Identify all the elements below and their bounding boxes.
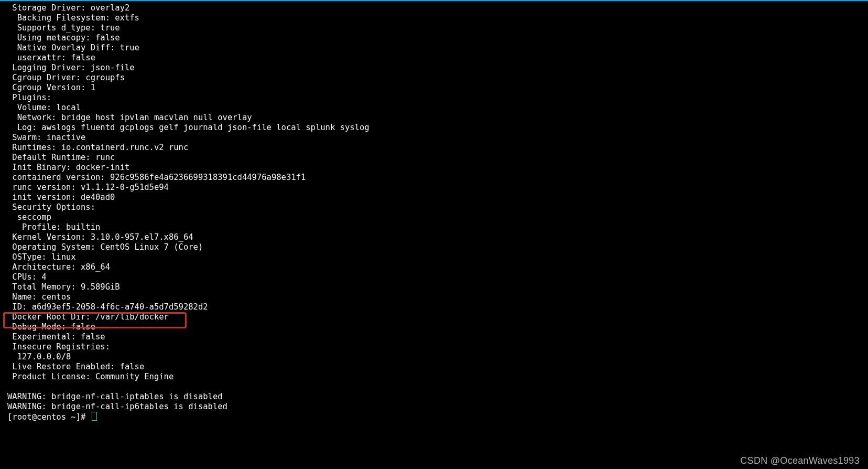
terminal-prompt[interactable]: [root@centos ~]# <box>7 412 861 422</box>
terminal-line: init version: de40ad0 <box>7 193 861 202</box>
terminal-line: 127.0.0.0/8 <box>7 352 861 362</box>
terminal-line: Debug Mode: false <box>7 322 861 332</box>
terminal-line: Kernel Version: 3.10.0-957.el7.x86_64 <box>7 232 861 242</box>
terminal-line: Operating System: CentOS Linux 7 (Core) <box>7 242 861 252</box>
terminal-line: Profile: builtin <box>7 222 861 232</box>
terminal-line: Security Options: <box>7 202 861 212</box>
terminal-line: Live Restore Enabled: false <box>7 362 861 372</box>
terminal-line: WARNING: bridge-nf-call-iptables is disa… <box>7 392 861 402</box>
terminal-line: Swarm: inactive <box>7 133 861 143</box>
terminal-line: Storage Driver: overlay2 <box>7 3 861 13</box>
terminal-line: runc version: v1.1.12-0-g51d5e94 <box>7 183 861 193</box>
terminal-line: Plugins: <box>7 93 861 103</box>
terminal-line: Experimental: false <box>7 332 861 342</box>
terminal-line: Backing Filesystem: extfs <box>7 13 861 23</box>
terminal-line: Volume: local <box>7 103 861 113</box>
terminal-line: Product License: Community Engine <box>7 372 861 382</box>
terminal-line: Logging Driver: json-file <box>7 63 861 73</box>
terminal-line: Native Overlay Diff: true <box>7 43 861 53</box>
terminal-line: Init Binary: docker-init <box>7 163 861 173</box>
cursor-icon <box>92 412 97 421</box>
prompt-text: [root@centos ~]# <box>7 412 91 422</box>
terminal-line: Runtimes: io.containerd.runc.v2 runc <box>7 143 861 153</box>
terminal-line: seccomp <box>7 212 861 222</box>
terminal-line: Using metacopy: false <box>7 33 861 43</box>
terminal-line: WARNING: bridge-nf-call-ip6tables is dis… <box>7 402 861 412</box>
terminal-line: Log: awslogs fluentd gcplogs gelf journa… <box>7 123 861 133</box>
terminal-line: Architecture: x86_64 <box>7 262 861 272</box>
terminal-line: Name: centos <box>7 292 861 302</box>
terminal-line: Network: bridge host ipvlan macvlan null… <box>7 113 861 123</box>
terminal-line: CPUs: 4 <box>7 272 861 282</box>
terminal-line: Default Runtime: runc <box>7 153 861 163</box>
terminal-line: Cgroup Driver: cgroupfs <box>7 73 861 83</box>
terminal-line: ID: a6d93ef5-2058-4f6c-a740-a5d7d59282d2 <box>7 302 861 312</box>
watermark-text: CSDN @OceanWaves1993 <box>740 456 860 466</box>
terminal-line: userxattr: false <box>7 53 861 63</box>
terminal-line: Supports d_type: true <box>7 23 861 33</box>
terminal-line <box>7 382 861 392</box>
terminal-line: OSType: linux <box>7 252 861 262</box>
docker-root-dir-line: Docker Root Dir: /var/lib/docker <box>7 312 861 322</box>
terminal-line: Cgroup Version: 1 <box>7 83 861 93</box>
terminal-line: Insecure Registries: <box>7 342 861 352</box>
terminal-line: Total Memory: 9.589GiB <box>7 282 861 292</box>
terminal-output[interactable]: Storage Driver: overlay2Backing Filesyst… <box>7 3 861 422</box>
terminal-line: containerd version: 926c9586fe4a62366993… <box>7 173 861 183</box>
window-top-border <box>0 0 868 1</box>
